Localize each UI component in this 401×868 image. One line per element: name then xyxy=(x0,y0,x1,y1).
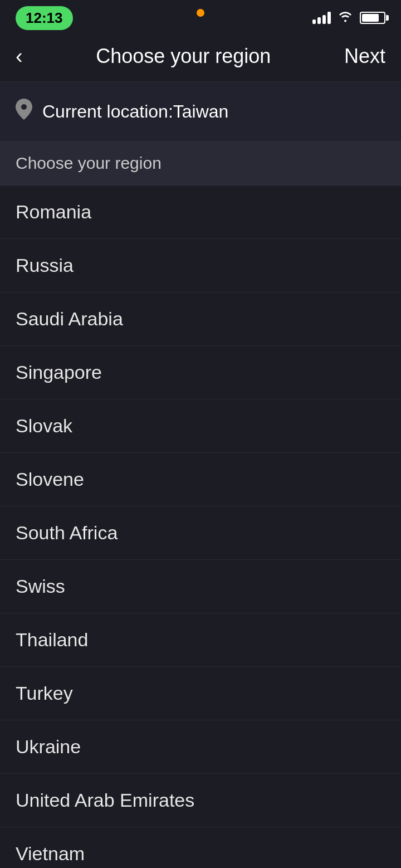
region-name: Russia xyxy=(16,255,385,276)
region-item[interactable]: Singapore xyxy=(0,346,401,399)
region-item[interactable]: South Africa xyxy=(0,506,401,560)
region-item[interactable]: Swiss xyxy=(0,560,401,613)
region-name: Thailand xyxy=(16,629,385,651)
region-name: Romania xyxy=(16,201,385,223)
region-item[interactable]: Ukraine xyxy=(0,720,401,774)
wifi-icon xyxy=(338,10,353,26)
region-item[interactable]: Romania xyxy=(0,186,401,239)
current-location-text: Current location:Taiwan xyxy=(42,101,228,122)
battery-icon xyxy=(360,12,385,24)
back-button[interactable]: ‹ xyxy=(16,46,23,67)
region-name: Vietnam xyxy=(16,843,385,865)
region-item[interactable]: Vietnam xyxy=(0,827,401,868)
region-item[interactable]: Turkey xyxy=(0,667,401,720)
region-name: Turkey xyxy=(16,682,385,704)
region-name: Ukraine xyxy=(16,736,385,758)
region-list: RomaniaRussiaSaudi ArabiaSingaporeSlovak… xyxy=(0,186,401,868)
current-location: Current location:Taiwan xyxy=(0,82,401,142)
region-name: Slovak xyxy=(16,415,385,437)
region-item[interactable]: Thailand xyxy=(0,613,401,667)
location-pin-icon xyxy=(16,99,32,124)
region-item[interactable]: Russia xyxy=(0,239,401,292)
region-item[interactable]: United Arab Emirates xyxy=(0,774,401,827)
page-title: Choose your region xyxy=(96,45,271,68)
section-header-label: Choose your region xyxy=(16,154,385,173)
region-name: Swiss xyxy=(16,576,385,597)
status-time: 12:13 xyxy=(16,6,73,30)
signal-icon xyxy=(312,12,331,24)
notification-dot xyxy=(197,9,204,17)
nav-header: ‹ Choose your region Next xyxy=(0,33,401,82)
region-item[interactable]: Saudi Arabia xyxy=(0,292,401,346)
region-name: United Arab Emirates xyxy=(16,789,385,811)
region-item[interactable]: Slovak xyxy=(0,399,401,453)
next-button[interactable]: Next xyxy=(344,45,385,68)
section-header: Choose your region xyxy=(0,142,401,186)
status-icons xyxy=(312,10,385,26)
region-name: Slovene xyxy=(16,469,385,490)
status-bar: 12:13 xyxy=(0,0,401,33)
region-name: South Africa xyxy=(16,522,385,544)
region-name: Singapore xyxy=(16,362,385,383)
region-item[interactable]: Slovene xyxy=(0,453,401,506)
region-name: Saudi Arabia xyxy=(16,308,385,330)
